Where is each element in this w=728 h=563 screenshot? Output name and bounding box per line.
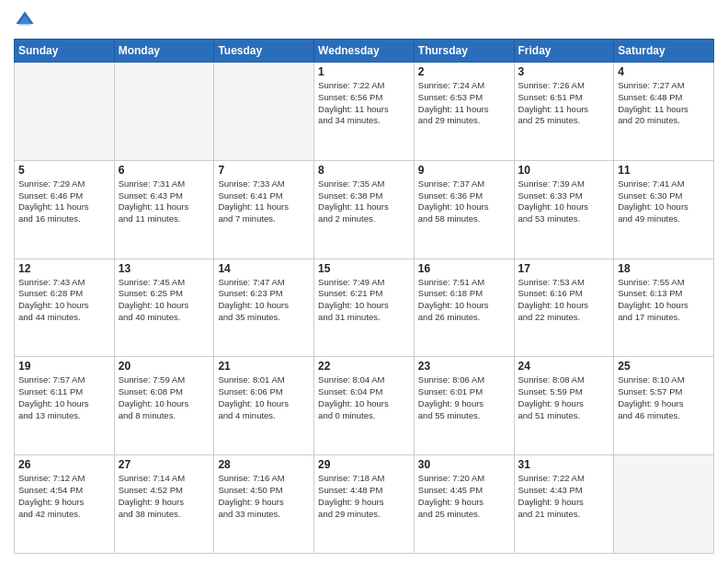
day-info: Sunrise: 7:22 AM Sunset: 4:43 PM Dayligh… [518, 473, 610, 520]
day-info: Sunrise: 7:51 AM Sunset: 6:18 PM Dayligh… [418, 277, 510, 324]
day-info: Sunrise: 7:33 AM Sunset: 6:41 PM Dayligh… [218, 178, 310, 225]
weekday-header-monday: Monday [114, 40, 214, 63]
calendar-header: SundayMondayTuesdayWednesdayThursdayFrid… [15, 40, 714, 63]
day-number: 21 [218, 360, 310, 373]
day-cell: 20Sunrise: 7:59 AM Sunset: 6:08 PM Dayli… [114, 357, 214, 455]
day-cell [15, 63, 115, 161]
day-number: 3 [518, 65, 610, 78]
weekday-header-saturday: Saturday [614, 40, 714, 63]
weekday-row: SundayMondayTuesdayWednesdayThursdayFrid… [15, 40, 714, 63]
day-number: 23 [418, 360, 510, 373]
day-number: 22 [318, 360, 410, 373]
day-number: 16 [418, 262, 510, 275]
day-info: Sunrise: 7:26 AM Sunset: 6:51 PM Dayligh… [518, 80, 610, 127]
day-info: Sunrise: 7:37 AM Sunset: 6:36 PM Dayligh… [418, 178, 510, 225]
weekday-header-wednesday: Wednesday [314, 40, 415, 63]
day-info: Sunrise: 7:16 AM Sunset: 4:50 PM Dayligh… [218, 473, 310, 520]
day-info: Sunrise: 7:35 AM Sunset: 6:38 PM Dayligh… [318, 178, 410, 225]
day-cell [214, 63, 314, 161]
week-row-1: 1Sunrise: 7:22 AM Sunset: 6:56 PM Daylig… [15, 63, 714, 161]
day-cell: 23Sunrise: 8:06 AM Sunset: 6:01 PM Dayli… [414, 357, 514, 455]
day-cell: 19Sunrise: 7:57 AM Sunset: 6:11 PM Dayli… [15, 357, 115, 455]
day-info: Sunrise: 7:39 AM Sunset: 6:33 PM Dayligh… [518, 178, 610, 225]
day-info: Sunrise: 7:41 AM Sunset: 6:30 PM Dayligh… [618, 178, 710, 225]
day-number: 12 [18, 262, 110, 275]
day-cell: 7Sunrise: 7:33 AM Sunset: 6:41 PM Daylig… [214, 160, 314, 259]
day-number: 20 [119, 360, 210, 373]
day-cell: 4Sunrise: 7:27 AM Sunset: 6:48 PM Daylig… [614, 63, 714, 161]
day-cell: 29Sunrise: 7:18 AM Sunset: 4:48 PM Dayli… [314, 455, 415, 554]
day-info: Sunrise: 7:53 AM Sunset: 6:16 PM Dayligh… [518, 277, 610, 324]
weekday-header-sunday: Sunday [15, 40, 115, 63]
day-number: 26 [18, 458, 110, 471]
header [14, 9, 714, 31]
day-cell: 21Sunrise: 8:01 AM Sunset: 6:06 PM Dayli… [214, 357, 314, 455]
day-number: 15 [318, 262, 410, 275]
week-row-5: 26Sunrise: 7:12 AM Sunset: 4:54 PM Dayli… [15, 455, 714, 554]
day-info: Sunrise: 8:06 AM Sunset: 6:01 PM Dayligh… [418, 374, 510, 421]
day-number: 14 [218, 262, 310, 275]
week-row-2: 5Sunrise: 7:29 AM Sunset: 6:46 PM Daylig… [15, 160, 714, 259]
day-info: Sunrise: 7:49 AM Sunset: 6:21 PM Dayligh… [318, 277, 410, 324]
day-number: 8 [318, 164, 410, 177]
day-info: Sunrise: 7:24 AM Sunset: 6:53 PM Dayligh… [418, 80, 510, 127]
day-info: Sunrise: 8:08 AM Sunset: 5:59 PM Dayligh… [518, 374, 610, 421]
day-number: 24 [518, 360, 610, 373]
weekday-header-friday: Friday [514, 40, 614, 63]
day-number: 18 [618, 262, 710, 275]
day-cell: 28Sunrise: 7:16 AM Sunset: 4:50 PM Dayli… [214, 455, 314, 554]
day-cell: 31Sunrise: 7:22 AM Sunset: 4:43 PM Dayli… [514, 455, 614, 554]
day-info: Sunrise: 8:10 AM Sunset: 5:57 PM Dayligh… [618, 374, 710, 421]
day-cell: 24Sunrise: 8:08 AM Sunset: 5:59 PM Dayli… [514, 357, 614, 455]
week-row-3: 12Sunrise: 7:43 AM Sunset: 6:28 PM Dayli… [15, 259, 714, 357]
day-info: Sunrise: 7:47 AM Sunset: 6:23 PM Dayligh… [218, 277, 310, 324]
day-info: Sunrise: 7:55 AM Sunset: 6:13 PM Dayligh… [618, 277, 710, 324]
day-cell: 6Sunrise: 7:31 AM Sunset: 6:43 PM Daylig… [114, 160, 214, 259]
day-cell: 5Sunrise: 7:29 AM Sunset: 6:46 PM Daylig… [15, 160, 115, 259]
day-cell: 27Sunrise: 7:14 AM Sunset: 4:52 PM Dayli… [114, 455, 214, 554]
day-number: 1 [318, 65, 410, 78]
page: SundayMondayTuesdayWednesdayThursdayFrid… [0, 0, 728, 563]
day-number: 29 [318, 458, 410, 471]
day-cell: 15Sunrise: 7:49 AM Sunset: 6:21 PM Dayli… [314, 259, 415, 357]
day-cell: 16Sunrise: 7:51 AM Sunset: 6:18 PM Dayli… [414, 259, 514, 357]
weekday-header-thursday: Thursday [414, 40, 514, 63]
day-info: Sunrise: 7:14 AM Sunset: 4:52 PM Dayligh… [119, 473, 210, 520]
day-info: Sunrise: 8:04 AM Sunset: 6:04 PM Dayligh… [318, 374, 410, 421]
logo [14, 9, 40, 31]
day-cell [614, 455, 714, 554]
day-info: Sunrise: 7:12 AM Sunset: 4:54 PM Dayligh… [18, 473, 110, 520]
day-number: 11 [618, 164, 710, 177]
week-row-4: 19Sunrise: 7:57 AM Sunset: 6:11 PM Dayli… [15, 357, 714, 455]
day-info: Sunrise: 8:01 AM Sunset: 6:06 PM Dayligh… [218, 374, 310, 421]
day-info: Sunrise: 7:27 AM Sunset: 6:48 PM Dayligh… [618, 80, 710, 127]
day-number: 28 [218, 458, 310, 471]
day-number: 31 [518, 458, 610, 471]
day-info: Sunrise: 7:43 AM Sunset: 6:28 PM Dayligh… [18, 277, 110, 324]
day-cell: 30Sunrise: 7:20 AM Sunset: 4:45 PM Dayli… [414, 455, 514, 554]
day-cell: 11Sunrise: 7:41 AM Sunset: 6:30 PM Dayli… [614, 160, 714, 259]
day-info: Sunrise: 7:45 AM Sunset: 6:25 PM Dayligh… [119, 277, 210, 324]
day-number: 9 [418, 164, 510, 177]
day-number: 10 [518, 164, 610, 177]
day-cell: 1Sunrise: 7:22 AM Sunset: 6:56 PM Daylig… [314, 63, 415, 161]
day-number: 27 [119, 458, 210, 471]
day-number: 30 [418, 458, 510, 471]
day-number: 19 [18, 360, 110, 373]
day-cell: 13Sunrise: 7:45 AM Sunset: 6:25 PM Dayli… [114, 259, 214, 357]
day-number: 17 [518, 262, 610, 275]
day-number: 6 [119, 164, 210, 177]
day-cell: 10Sunrise: 7:39 AM Sunset: 6:33 PM Dayli… [514, 160, 614, 259]
day-cell: 22Sunrise: 8:04 AM Sunset: 6:04 PM Dayli… [314, 357, 415, 455]
day-cell: 9Sunrise: 7:37 AM Sunset: 6:36 PM Daylig… [414, 160, 514, 259]
calendar-table: SundayMondayTuesdayWednesdayThursdayFrid… [14, 39, 714, 554]
day-number: 13 [119, 262, 210, 275]
day-number: 2 [418, 65, 510, 78]
day-cell: 12Sunrise: 7:43 AM Sunset: 6:28 PM Dayli… [15, 259, 115, 357]
day-cell: 25Sunrise: 8:10 AM Sunset: 5:57 PM Dayli… [614, 357, 714, 455]
day-info: Sunrise: 7:31 AM Sunset: 6:43 PM Dayligh… [119, 178, 210, 225]
day-cell: 3Sunrise: 7:26 AM Sunset: 6:51 PM Daylig… [514, 63, 614, 161]
day-number: 25 [618, 360, 710, 373]
day-cell: 8Sunrise: 7:35 AM Sunset: 6:38 PM Daylig… [314, 160, 415, 259]
calendar-body: 1Sunrise: 7:22 AM Sunset: 6:56 PM Daylig… [15, 63, 714, 554]
